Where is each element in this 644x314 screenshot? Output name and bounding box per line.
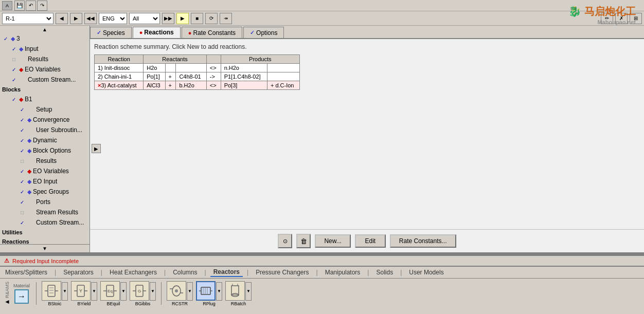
bequil-dropdown[interactable]: ▼: [120, 282, 127, 301]
rate-tab-check: ●: [188, 30, 192, 36]
rplug-icon[interactable]: [196, 281, 216, 301]
byield-dropdown[interactable]: ▼: [91, 282, 97, 301]
bequil-group: Eq ▼: [100, 281, 127, 301]
tab-reactors[interactable]: Reactors: [210, 268, 243, 277]
save-icon[interactable]: 💾: [14, 1, 25, 11]
icon-eo-input: ◆: [27, 178, 31, 185]
material-stream-icon[interactable]: →: [14, 289, 29, 304]
range-selector[interactable]: All: [129, 13, 160, 24]
top-toolbar-icons: 💾 ↶ ↷: [14, 1, 47, 11]
sidebar-item-stream-results[interactable]: □ Stream Results: [0, 207, 90, 217]
separator-2: [161, 282, 162, 305]
sidebar-item-setup[interactable]: ✓ Setup: [0, 104, 90, 115]
step-btn[interactable]: ↠: [220, 13, 232, 24]
bstoic-icon[interactable]: [42, 281, 61, 301]
expand-icon[interactable]: ▶: [92, 144, 101, 153]
byield-icon[interactable]: Y: [71, 281, 91, 301]
sidebar-item-block-options[interactable]: ✓ ◆ Block Options: [0, 145, 90, 156]
last-btn[interactable]: ▶▶: [162, 13, 174, 24]
tab-heat-exchangers[interactable]: Heat Exchangers: [106, 268, 160, 276]
bgibbs-icon[interactable]: G: [130, 281, 149, 301]
tab-rate-constants[interactable]: ● Rate Constants: [182, 27, 242, 38]
reset-btn[interactable]: ⟳: [205, 13, 218, 24]
cell-reaction-2: 2) Chain-ini-1: [95, 72, 144, 81]
edit-button[interactable]: Edit: [355, 234, 386, 248]
check-input: ✓: [10, 45, 17, 52]
col-reactants: Reactants: [144, 55, 207, 64]
sidebar-item-eo-input[interactable]: ✓ ◆ EO Input: [0, 176, 90, 187]
sidebar-item-spec-groups[interactable]: ✓ ◆ Spec Groups: [0, 187, 90, 197]
rate-constants-button[interactable]: Rate Constants...: [390, 234, 456, 248]
sidebar-item-results2[interactable]: □ Results: [0, 156, 90, 166]
tab-pressure-changers[interactable]: Pressure Changers: [253, 268, 312, 276]
bstoic-dropdown[interactable]: ▼: [62, 282, 68, 301]
sidebar-scroll-down[interactable]: ▼: [0, 244, 90, 252]
block-selector[interactable]: R-1: [2, 13, 53, 24]
table-row[interactable]: 2) Chain-ini-1 Po[1] + C4h8-01 -> P1[1.C…: [95, 72, 300, 81]
sidebar-item-eo-variables2[interactable]: ✓ ◆ EO Variables: [0, 166, 90, 176]
cell-op2-3: b.H2o: [176, 81, 206, 90]
trash-icon-btn[interactable]: 🗑: [296, 234, 311, 248]
tab-manipulators[interactable]: Manipulators: [322, 268, 364, 276]
label-3: 3: [16, 35, 20, 42]
tab-options[interactable]: ✓ Options: [243, 27, 284, 38]
sidebar-item-3[interactable]: ✓ ◆ 3: [0, 33, 90, 44]
bgibbs-group: G ▼: [130, 281, 156, 301]
tab-reactions[interactable]: ● Reactions: [133, 27, 181, 38]
sidebar-item-custom-stream2[interactable]: ✓ Custom Stream...: [0, 217, 90, 228]
rate-tab-label: Rate Constants: [193, 29, 236, 36]
sidebar-item-custom-stream[interactable]: ✓ Custom Stream...: [0, 75, 90, 85]
watermark-url: Mahoupao.net: [568, 19, 636, 26]
sidebar-item-b1[interactable]: ✓ ◆ B1: [0, 94, 90, 104]
first-btn[interactable]: ◀◀: [84, 13, 97, 24]
rbatch-wrapper: ▼ RBatch: [225, 281, 252, 306]
rbatch-group: ▼: [225, 281, 252, 301]
run-btn[interactable]: ▶: [176, 13, 189, 24]
rbatch-dropdown[interactable]: ▼: [245, 282, 252, 301]
tab-solids[interactable]: Solids: [373, 268, 396, 276]
sidebar-item-dynamic[interactable]: ✓ ◆ Dynamic: [0, 135, 90, 145]
options-tab-check: ✓: [250, 29, 255, 36]
sidebar-scroll-up[interactable]: ▲: [0, 26, 90, 33]
prev-btn[interactable]: ◀: [56, 13, 68, 24]
tab-separators[interactable]: Separators: [60, 268, 97, 276]
rplug-dropdown[interactable]: ▼: [216, 282, 222, 301]
tab-mixers-splitters[interactable]: Mixers/Splitters: [2, 268, 50, 276]
circle-icon-btn[interactable]: ⊙: [278, 234, 292, 248]
rcstr-dropdown[interactable]: ▼: [187, 282, 193, 301]
byield-label: BYield: [78, 301, 91, 306]
bequil-icon[interactable]: Eq: [100, 281, 120, 301]
bgibbs-dropdown[interactable]: ▼: [150, 282, 156, 301]
svg-rect-1: [48, 285, 55, 297]
watermark: 🐉 马启炮化工 Mahoupao.net: [568, 4, 636, 26]
undo-icon[interactable]: ↶: [26, 1, 36, 11]
table-row[interactable]: 1) Init-dissoc H2o <> n.H2o: [95, 64, 300, 72]
new-button[interactable]: New...: [315, 234, 350, 248]
stop-btn[interactable]: ■: [191, 13, 203, 24]
label-input: Input: [25, 45, 39, 52]
sidebar-item-user-subroutine[interactable]: ✓ User Subroutin...: [0, 125, 90, 135]
row-flag: ×: [98, 82, 101, 88]
sidebar: ▲ ✓ ◆ 3 ✓ ◆ Input □ Results ✓ ◆ EO Varia…: [0, 26, 90, 252]
next-btn[interactable]: ▶: [70, 13, 82, 24]
rcstr-label: RCSTR: [172, 301, 188, 306]
cell-op1-2: +: [165, 72, 176, 81]
table-expand-arrow[interactable]: ▶: [92, 144, 101, 153]
tab-species[interactable]: ✓ Species: [90, 27, 132, 38]
sidebar-item-input[interactable]: ✓ ◆ Input: [0, 44, 90, 54]
sidebar-item-ports[interactable]: ✓ Ports: [0, 197, 90, 207]
tab-columns[interactable]: Columns: [170, 268, 200, 276]
tab-user-models[interactable]: User Models: [406, 268, 446, 276]
table-row[interactable]: ×3) Act-catalyst AlCl3 + b.H2o <> Po[3] …: [95, 81, 300, 90]
lang-selector[interactable]: ENG: [99, 13, 127, 24]
redo-icon[interactable]: ↷: [37, 1, 47, 11]
rbatch-icon[interactable]: [225, 281, 245, 301]
check-eo-variables: ✓: [10, 66, 17, 73]
rcstr-icon[interactable]: [167, 281, 186, 301]
sidebar-item-convergence[interactable]: ✓ ◆ Convergence: [0, 115, 90, 125]
cell-product1-3: Po[3]: [221, 81, 267, 90]
label-results: Results: [28, 56, 48, 63]
byield-group: Y ▼: [71, 281, 97, 301]
sidebar-item-eo-variables[interactable]: ✓ ◆ EO Variables: [0, 64, 90, 75]
sidebar-item-results[interactable]: □ Results: [0, 54, 90, 64]
